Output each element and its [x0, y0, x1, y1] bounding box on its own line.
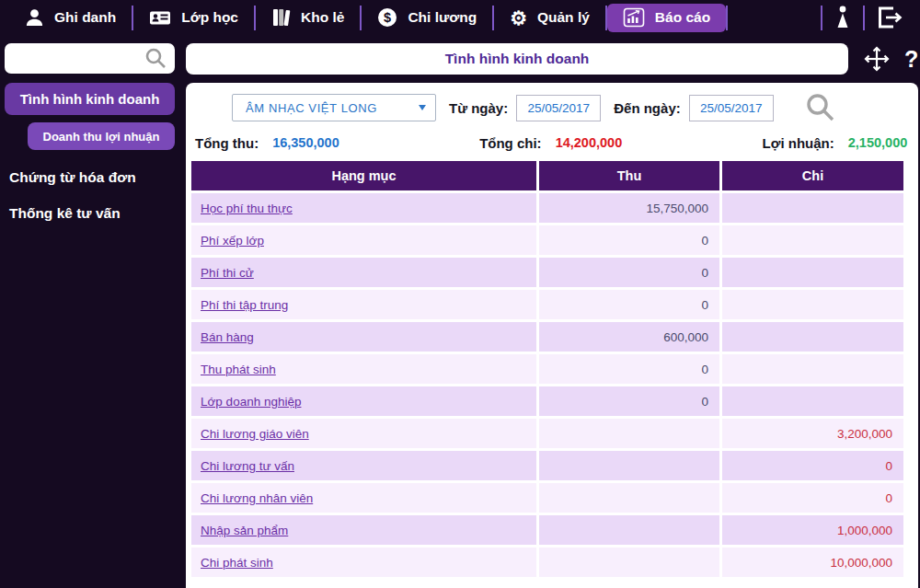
- chi-value: [722, 386, 903, 416]
- total-expense-value: 14,200,000: [556, 135, 623, 150]
- from-date-label: Từ ngày:: [449, 100, 508, 116]
- thu-value: [539, 419, 719, 448]
- nav-label: Kho lẻ: [301, 9, 344, 26]
- table-header: Hạng mục Thu Chi: [191, 161, 911, 190]
- thu-value: 15,750,000: [539, 193, 719, 223]
- nav-label: Báo cáo: [655, 9, 710, 26]
- category-link[interactable]: Chi lương giáo viên: [191, 419, 536, 448]
- profile-button[interactable]: [822, 4, 863, 32]
- category-link[interactable]: Thu phát sinh: [191, 354, 536, 384]
- branch-selected-value: ÂM NHẠC VIỆT LONG: [246, 101, 419, 115]
- thu-value: 0: [539, 354, 719, 384]
- table-row: Phí thi cử0: [191, 258, 911, 287]
- nav-label: Ghi danh: [54, 9, 116, 26]
- profit-value: 2,150,000: [848, 135, 908, 150]
- logout-button[interactable]: [865, 4, 914, 32]
- top-navigation: Ghi danh Lớp học Kho lẻ $ Chi lương ⚙ Qu…: [0, 0, 920, 35]
- category-link[interactable]: Phí xếp lớp: [191, 225, 536, 255]
- dollar-icon: $: [377, 7, 397, 28]
- category-link[interactable]: Phí thi tập trung: [191, 290, 536, 319]
- from-date-input[interactable]: 25/05/2017: [516, 95, 601, 121]
- table-row: Phí thi tập trung0: [191, 290, 911, 319]
- nav-label: Quản lý: [537, 9, 590, 26]
- nav-label: Lớp học: [181, 9, 238, 26]
- move-handle[interactable]: [862, 44, 891, 74]
- column-header-category: Hạng mục: [191, 161, 536, 190]
- table-row: Chi lương tư vấn0: [191, 451, 911, 480]
- sidebar-item-thong-ke-tu-van[interactable]: Thống kê tư vấn: [9, 205, 175, 222]
- table-body: Học phí thu thực15,750,000Phí xếp lớp0Ph…: [191, 193, 911, 577]
- category-link[interactable]: Bán hàng: [191, 322, 536, 352]
- search-icon: [805, 92, 836, 123]
- total-expense-label: Tổng chi:: [479, 135, 542, 151]
- page-title: Tình hình kinh doanh: [186, 43, 848, 75]
- chi-value: 3,200,000: [722, 419, 903, 448]
- thu-value: [539, 451, 719, 480]
- chart-icon: [623, 7, 645, 28]
- to-date-input[interactable]: 25/05/2017: [689, 95, 774, 121]
- chi-value: 0: [722, 483, 903, 513]
- profit: Lợi nhuận: 2,150,000: [763, 135, 908, 151]
- filter-row: ÂM NHẠC VIỆT LONG Từ ngày: 25/05/2017 Đế…: [186, 89, 918, 126]
- category-link[interactable]: Học phí thu thực: [191, 193, 536, 223]
- chi-value: [722, 258, 903, 287]
- search-icon: [144, 47, 167, 70]
- nav-item-kho-le[interactable]: Kho lẻ: [256, 4, 360, 32]
- id-card-icon: [149, 8, 171, 28]
- nav-item-quan-ly[interactable]: ⚙ Quản lý: [494, 4, 605, 32]
- category-link[interactable]: Phí thi cử: [191, 258, 536, 287]
- category-link[interactable]: Nhập sản phẩm: [191, 515, 536, 545]
- chi-value: [722, 225, 903, 255]
- summary-row: Tổng thu: 16,350,000 Tổng chi: 14,200,00…: [186, 126, 918, 157]
- sidebar-item-doanh-thu-loi-nhuan[interactable]: Doanh thu lợi nhuận: [28, 122, 175, 150]
- nav-item-bao-cao[interactable]: Báo cáo: [607, 4, 726, 32]
- nav-item-ghi-danh[interactable]: Ghi danh: [9, 4, 132, 32]
- table-row: Phí xếp lớp0: [191, 225, 911, 255]
- logout-icon: [877, 6, 903, 29]
- report-table: Hạng mục Thu Chi Học phí thu thực15,750,…: [191, 161, 911, 577]
- help-button[interactable]: ?: [904, 46, 918, 73]
- table-row: Chi lương giáo viên3,200,000: [191, 419, 911, 448]
- chi-value: 1,000,000: [722, 515, 903, 545]
- table-row: Nhập sản phẩm1,000,000: [191, 515, 911, 545]
- person-icon: [25, 8, 44, 28]
- chi-value: [722, 290, 903, 319]
- to-date-label: Đến ngày:: [614, 100, 681, 116]
- column-header-chi: Chi: [722, 161, 903, 190]
- thu-value: [539, 548, 719, 577]
- category-link[interactable]: Chi phát sinh: [191, 548, 536, 577]
- category-link[interactable]: Chi lương tư vấn: [191, 451, 536, 480]
- chevron-down-icon: [419, 105, 426, 110]
- category-link[interactable]: Lớp doanh nghiệp: [191, 386, 536, 416]
- chi-value: [722, 322, 903, 352]
- thu-value: 600,000: [539, 322, 719, 352]
- sidebar-search-input[interactable]: [14, 52, 144, 66]
- sidebar-item-chung-tu-hoa-don[interactable]: Chứng từ hóa đơn: [9, 169, 175, 186]
- chi-value: [722, 193, 903, 223]
- branch-select[interactable]: ÂM NHẠC VIỆT LONG: [232, 94, 436, 121]
- move-icon: [862, 44, 891, 74]
- sidebar: Tình hình kinh doanh Doanh thu lợi nhuận…: [0, 35, 184, 588]
- category-link[interactable]: Chi lương nhân viên: [191, 483, 536, 513]
- svg-text:$: $: [384, 10, 391, 25]
- thu-value: 0: [539, 225, 719, 255]
- nav-item-lop-hoc[interactable]: Lớp học: [133, 4, 254, 32]
- table-row: Chi phát sinh10,000,000: [191, 548, 911, 577]
- column-header-thu: Thu: [539, 161, 719, 190]
- books-icon: [271, 7, 291, 28]
- thu-value: 0: [539, 386, 719, 416]
- title-row: Tình hình kinh doanh ?: [184, 35, 918, 83]
- nav-item-chi-luong[interactable]: $ Chi lương: [362, 4, 492, 32]
- nav-divider: [726, 6, 728, 30]
- thu-value: [539, 515, 719, 545]
- sidebar-item-tinh-hinh-kinh-doanh[interactable]: Tình hình kinh doanh: [5, 83, 175, 115]
- filter-search-button[interactable]: [805, 92, 836, 123]
- table-row: Bán hàng600,000: [191, 322, 911, 352]
- sidebar-search[interactable]: [5, 43, 175, 74]
- gear-icon: ⚙: [510, 8, 527, 28]
- profit-label: Lợi nhuận:: [763, 135, 834, 151]
- standing-person-icon: [834, 6, 851, 29]
- chi-value: 0: [722, 451, 903, 480]
- chi-value: [722, 354, 903, 384]
- total-revenue-label: Tổng thu:: [195, 135, 259, 151]
